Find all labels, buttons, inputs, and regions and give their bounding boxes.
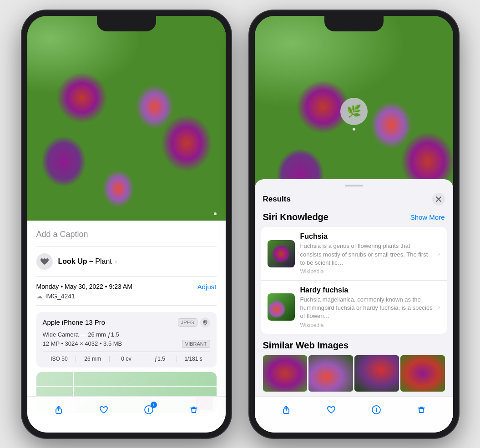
knowledge-item-hardy[interactable]: Hardy fuchsia Fuchsia magellanica, commo… xyxy=(261,281,447,334)
look-up-icon xyxy=(36,253,53,270)
results-panel: Results Siri Knowledge Show More xyxy=(255,179,453,432)
knowledge-content-fuchsia: Fuchsia Fuchsia is a genus of flowering … xyxy=(300,232,433,275)
siri-visual-intelligence-overlay: 🌿 xyxy=(340,98,368,131)
results-drag-handle[interactable] xyxy=(345,185,363,186)
left-phone-screen: Add a Caption Look Up – Plant › xyxy=(27,16,226,433)
device-name: Apple iPhone 13 Pro xyxy=(43,318,106,326)
look-up-subject: Plant xyxy=(95,257,111,265)
knowledge-source-hardy: Wikipedia xyxy=(300,322,433,328)
similar-images-section: Similar Web Images xyxy=(255,340,453,396)
thumb-img-fuchsia xyxy=(268,240,295,267)
meta-section: Monday • May 30, 2022 • 9:23 AM Adjust ☁… xyxy=(36,283,217,306)
vibrant-badge: VIBRANT xyxy=(182,340,210,348)
knowledge-thumb-hardy xyxy=(268,293,295,321)
similar-images-grid xyxy=(263,355,445,392)
delete-button[interactable] xyxy=(185,401,203,419)
knowledge-chevron-fuchsia: › xyxy=(438,250,440,257)
right-phone-screen: 🌿 Results Siri Kn xyxy=(255,16,453,433)
cloud-icon: ☁ xyxy=(36,292,43,300)
results-header: Results xyxy=(255,193,453,212)
exif-focal: 26 mm xyxy=(76,356,110,362)
show-more-button[interactable]: Show More xyxy=(410,213,445,221)
photo-area[interactable] xyxy=(27,16,226,221)
knowledge-content-hardy: Hardy fuchsia Fuchsia magellanica, commo… xyxy=(300,286,433,328)
home-indicator-left xyxy=(99,426,154,428)
similar-img-2[interactable] xyxy=(308,355,353,392)
adjust-button[interactable]: Adjust xyxy=(197,283,217,291)
knowledge-thumb-fuchsia xyxy=(268,240,295,267)
leaf-icon: 🌿 xyxy=(347,104,361,118)
knowledge-name-hardy: Hardy fuchsia xyxy=(300,286,433,294)
similar-img-4[interactable] xyxy=(400,355,445,392)
photo-indicator-dot xyxy=(214,212,217,215)
right-notch xyxy=(324,16,384,31)
right-delete-button[interactable] xyxy=(412,401,430,419)
photo-date: Monday • May 30, 2022 • 9:23 AM xyxy=(36,283,132,290)
camera-info: Wide Camera — 26 mm ƒ1.5 xyxy=(43,331,210,338)
notch xyxy=(97,16,156,31)
knowledge-desc-hardy: Fuchsia magellanica, commonly known as t… xyxy=(300,296,433,321)
exif-ev: 0 ev xyxy=(110,356,143,362)
device-section: Apple iPhone 13 Pro JPEG Wide Camera xyxy=(36,312,217,367)
phones-container: Add a Caption Look Up – Plant › xyxy=(13,1,468,447)
right-info-button[interactable] xyxy=(367,401,385,419)
knowledge-desc-fuchsia: Fuchsia is a genus of flowering plants t… xyxy=(300,242,433,267)
look-up-text: Look Up – Plant › xyxy=(58,257,117,266)
jpeg-badge: JPEG xyxy=(178,318,197,327)
knowledge-source-fuchsia: Wikipedia xyxy=(300,268,433,275)
knowledge-chevron-hardy: › xyxy=(438,303,440,311)
knowledge-name-fuchsia: Fuchsia xyxy=(300,232,433,241)
siri-dot xyxy=(353,128,355,131)
filename-text: IMG_4241 xyxy=(45,292,75,300)
right-phone: 🌿 Results Siri Kn xyxy=(249,10,459,438)
like-button[interactable] xyxy=(95,401,113,419)
look-up-chevron: › xyxy=(115,258,117,265)
similar-img-3[interactable] xyxy=(354,355,399,392)
siri-knowledge-title: Siri Knowledge xyxy=(263,212,328,222)
share-button[interactable] xyxy=(50,401,68,419)
exif-shutter: 1/181 s xyxy=(177,356,210,362)
specs-text: 12 MP • 3024 × 4032 • 3.5 MB xyxy=(43,340,122,347)
device-badges: JPEG xyxy=(178,317,210,327)
svg-point-0 xyxy=(204,321,206,323)
exif-iso: ISO 50 xyxy=(43,356,76,362)
location-icon xyxy=(200,317,210,327)
info-button[interactable]: i xyxy=(140,401,158,419)
right-share-button[interactable] xyxy=(277,401,295,419)
thumb-img-hardy xyxy=(268,293,295,321)
right-like-button[interactable] xyxy=(322,401,340,419)
look-up-row[interactable]: Look Up – Plant › xyxy=(36,253,217,277)
home-indicator-right xyxy=(327,426,381,428)
knowledge-item-fuchsia[interactable]: Fuchsia Fuchsia is a genus of flowering … xyxy=(261,227,447,281)
info-badge: i xyxy=(151,402,157,408)
exif-aperture: ƒ1.5 xyxy=(143,356,177,362)
caption-placeholder[interactable]: Add a Caption xyxy=(36,228,217,247)
camera-specs: 12 MP • 3024 × 4032 • 3.5 MB VIBRANT xyxy=(43,340,210,348)
left-phone: Add a Caption Look Up – Plant › xyxy=(22,10,231,438)
similar-images-title: Similar Web Images xyxy=(263,340,445,351)
knowledge-list: Fuchsia Fuchsia is a genus of flowering … xyxy=(261,227,447,333)
map-road-h xyxy=(36,386,217,387)
siri-knowledge-header: Siri Knowledge Show More xyxy=(255,212,453,227)
siri-circle: 🌿 xyxy=(340,98,368,125)
info-section: Add a Caption Look Up – Plant › xyxy=(27,221,226,420)
close-button[interactable] xyxy=(432,193,445,206)
results-title: Results xyxy=(263,195,291,204)
fuchsia-photo-left xyxy=(27,16,226,221)
photo-filename: ☁ IMG_4241 xyxy=(36,292,217,300)
similar-img-1[interactable] xyxy=(263,355,308,392)
exif-row: ISO 50 26 mm 0 ev ƒ1.5 1/181 s xyxy=(43,352,210,362)
